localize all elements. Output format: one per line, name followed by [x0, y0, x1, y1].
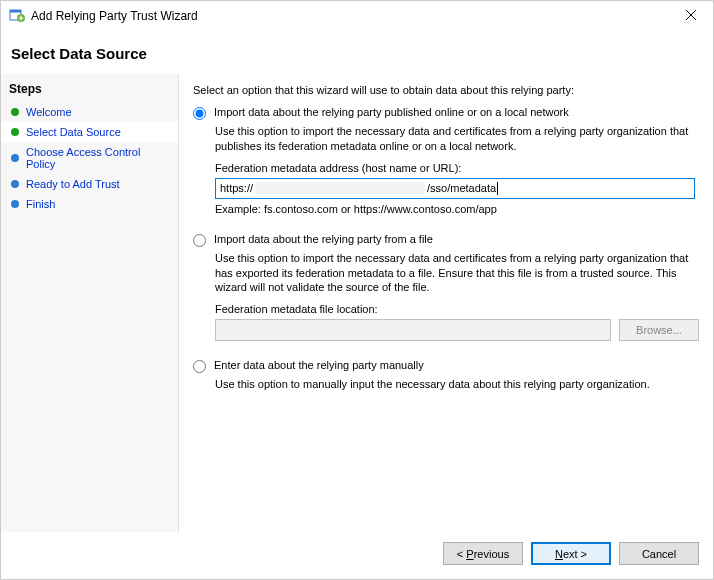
sidebar-item-finish[interactable]: Finish	[1, 194, 178, 214]
option-enter-manually[interactable]: Enter data about the relying party manua…	[193, 359, 699, 373]
browse-button: Browse...	[619, 319, 699, 341]
wizard-button-bar: < Previous Next > Cancel	[1, 532, 713, 579]
option-desc: Use this option to manually input the ne…	[215, 377, 699, 392]
sidebar-item-label: Choose Access Control Policy	[26, 146, 170, 170]
option-label: Import data about the relying party from…	[214, 233, 433, 245]
previous-button[interactable]: < Previous	[443, 542, 523, 565]
url-redacted	[255, 182, 425, 194]
steps-sidebar: Steps Welcome Select Data Source Choose …	[1, 74, 179, 532]
svg-rect-1	[10, 10, 21, 13]
sidebar-item-welcome[interactable]: Welcome	[1, 102, 178, 122]
next-button[interactable]: Next >	[531, 542, 611, 565]
sidebar-item-label: Ready to Add Trust	[26, 178, 120, 190]
metadata-url-input[interactable]: https:// /sso/metadata	[215, 178, 695, 199]
page-title: Select Data Source	[1, 31, 713, 74]
url-suffix: /sso/metadata	[427, 182, 496, 194]
option-import-online[interactable]: Import data about the relying party publ…	[193, 106, 699, 120]
option-label: Import data about the relying party publ…	[214, 106, 569, 118]
option-label: Enter data about the relying party manua…	[214, 359, 424, 371]
titlebar: Add Relying Party Trust Wizard	[1, 1, 713, 31]
sidebar-item-ready-to-add-trust[interactable]: Ready to Add Trust	[1, 174, 178, 194]
bullet-icon	[11, 128, 19, 136]
radio-enter-manually[interactable]	[193, 360, 206, 373]
sidebar-item-label: Welcome	[26, 106, 72, 118]
bullet-icon	[11, 154, 19, 162]
sidebar-item-choose-access-control-policy[interactable]: Choose Access Control Policy	[1, 142, 178, 174]
metadata-url-example: Example: fs.contoso.com or https://www.c…	[215, 203, 699, 215]
metadata-file-label: Federation metadata file location:	[215, 303, 699, 315]
bullet-icon	[11, 200, 19, 208]
text-caret	[497, 182, 498, 195]
sidebar-item-label: Finish	[26, 198, 55, 210]
bullet-icon	[11, 180, 19, 188]
intro-text: Select an option that this wizard will u…	[193, 84, 699, 96]
radio-import-file[interactable]	[193, 234, 206, 247]
content-pane: Select an option that this wizard will u…	[179, 74, 713, 532]
radio-import-online[interactable]	[193, 107, 206, 120]
option-desc: Use this option to import the necessary …	[215, 251, 699, 296]
cancel-button[interactable]: Cancel	[619, 542, 699, 565]
close-icon[interactable]	[677, 8, 705, 24]
wizard-app-icon	[9, 7, 25, 26]
window-title: Add Relying Party Trust Wizard	[31, 9, 198, 23]
steps-heading: Steps	[1, 78, 178, 102]
option-import-file[interactable]: Import data about the relying party from…	[193, 233, 699, 247]
sidebar-item-label: Select Data Source	[26, 126, 121, 138]
url-prefix: https://	[220, 182, 253, 194]
metadata-file-input	[215, 319, 611, 341]
sidebar-item-select-data-source[interactable]: Select Data Source	[1, 122, 178, 142]
metadata-url-label: Federation metadata address (host name o…	[215, 162, 699, 174]
bullet-icon	[11, 108, 19, 116]
option-desc: Use this option to import the necessary …	[215, 124, 699, 154]
